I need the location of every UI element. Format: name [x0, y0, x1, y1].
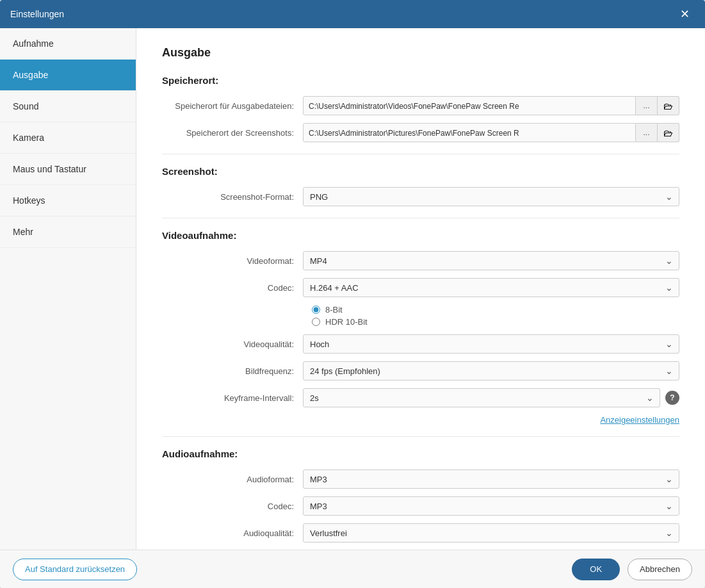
close-button[interactable]: ✕: [675, 4, 695, 24]
bildfrequenz-select-wrap: 24 fps (Empfohlen) 30 fps 60 fps ⌄: [303, 361, 679, 380]
radio-8bit-input[interactable]: [312, 306, 320, 314]
cancel-button[interactable]: Abbrechen: [628, 559, 692, 580]
videoaufnahme-title: Videoaufnahme:: [162, 230, 679, 241]
bildfrequenz-select[interactable]: 24 fps (Empfohlen) 30 fps 60 fps: [303, 361, 679, 380]
main-content: Ausgabe Speicherort: Speicherort für Aus…: [136, 28, 705, 550]
ausgabe-path-group: Speicherort für Ausgabedateien: C:\Users…: [162, 96, 679, 115]
codec-group: Codec: H.264 + AAC H.265 + AAC VP9 ⌄: [162, 278, 679, 297]
screenshot-title: Screenshot:: [162, 166, 679, 177]
ausgabe-path-wrap: C:\Users\Administrator\Videos\FonePaw\Fo…: [303, 96, 679, 115]
qualitaet-select-wrap: Hoch Mittel Niedrig ⌄: [303, 334, 679, 354]
bildfrequenz-group: Bildfrequenz: 24 fps (Empfohlen) 30 fps …: [162, 361, 679, 380]
screenshot-format-select-wrap: PNG JPG BMP ⌄: [303, 187, 679, 206]
audio-codec-wrap: MP3 AAC ⌄: [303, 496, 679, 516]
window-title: Einstellungen: [10, 9, 675, 19]
anzeige-link[interactable]: Anzeigeeinstellungen: [162, 415, 679, 425]
qualitaet-group: Videoqualität: Hoch Mittel Niedrig ⌄: [162, 334, 679, 354]
screenshot-format-select[interactable]: PNG JPG BMP: [303, 187, 679, 206]
divider-3: [162, 436, 679, 437]
keyframe-wrap: 2s 3s 5s 10s ⌄ ?: [303, 388, 679, 407]
keyframe-select[interactable]: 2s 3s 5s 10s: [303, 388, 660, 407]
audio-qualitaet-group: Audioqualität: Verlustfrei Hoch Mittel N…: [162, 523, 679, 543]
radio-8bit-label: 8-Bit: [325, 305, 343, 314]
divider-2: [162, 218, 679, 218]
sidebar-item-kamera[interactable]: Kamera: [0, 122, 136, 154]
sidebar: Aufnahme Ausgabe Sound Kamera Maus und T…: [0, 28, 136, 550]
codec-select[interactable]: H.264 + AAC H.265 + AAC VP9: [303, 278, 679, 297]
video-format-wrap: MP4 AVI MOV MKV ⌄: [303, 251, 679, 270]
folder-icon: 🗁: [663, 101, 673, 111]
radio-hdr-label: HDR 10-Bit: [325, 317, 368, 327]
screenshot-format-wrap: PNG JPG BMP ⌄: [303, 187, 679, 206]
keyframe-group: Keyframe-Intervall: 2s 3s 5s 10s ⌄ ?: [162, 388, 679, 407]
sidebar-item-hotkeys[interactable]: Hotkeys: [0, 185, 136, 216]
bit-depth-group: 8-Bit HDR 10-Bit: [312, 305, 679, 327]
video-format-label: Videoformat:: [162, 256, 303, 266]
ausgabe-path-input[interactable]: C:\Users\Administrator\Videos\FonePaw\Fo…: [303, 96, 636, 115]
radio-hdr-input[interactable]: [312, 318, 320, 326]
body: Aufnahme Ausgabe Sound Kamera Maus und T…: [0, 28, 705, 550]
video-format-select[interactable]: MP4 AVI MOV MKV: [303, 251, 679, 270]
qualitaet-wrap: Hoch Mittel Niedrig ⌄: [303, 334, 679, 354]
video-format-select-wrap: MP4 AVI MOV MKV ⌄: [303, 251, 679, 270]
audio-qualitaet-wrap: Verlustfrei Hoch Mittel Niedrig ⌄: [303, 523, 679, 543]
ausgabe-folder-button[interactable]: 🗁: [658, 96, 679, 115]
page-title: Ausgabe: [162, 46, 679, 60]
keyframe-select-wrap: 2s 3s 5s 10s ⌄: [303, 388, 660, 407]
folder-icon-2: 🗁: [663, 127, 673, 138]
speicherort-title: Speicherort:: [162, 75, 679, 86]
screenshot-path-wrap: C:\Users\Administrator\Pictures\FonePaw\…: [303, 123, 679, 142]
settings-window: Einstellungen ✕ Aufnahme Ausgabe Sound K…: [0, 0, 705, 588]
keyframe-label: Keyframe-Intervall:: [162, 393, 303, 403]
qualitaet-select[interactable]: Hoch Mittel Niedrig: [303, 334, 679, 354]
footer-right: OK Abbrechen: [572, 559, 692, 580]
sidebar-item-maus[interactable]: Maus und Tastatur: [0, 154, 136, 185]
radio-hdr: HDR 10-Bit: [312, 317, 679, 327]
screenshot-path-input[interactable]: C:\Users\Administrator\Pictures\FonePaw\…: [303, 123, 636, 142]
audio-qualitaet-select[interactable]: Verlustfrei Hoch Mittel Niedrig: [303, 523, 679, 543]
audio-format-wrap: MP3 AAC WAV FLAC ⌄: [303, 470, 679, 489]
audio-codec-label: Codec:: [162, 502, 303, 511]
audio-codec-select[interactable]: MP3 AAC: [303, 496, 679, 516]
sidebar-item-sound[interactable]: Sound: [0, 91, 136, 122]
title-bar: Einstellungen ✕: [0, 0, 705, 28]
codec-label: Codec:: [162, 283, 303, 293]
audio-qualitaet-label: Audioqualität:: [162, 528, 303, 538]
ok-button[interactable]: OK: [572, 559, 620, 580]
ausgabe-dots-button[interactable]: ...: [636, 96, 658, 115]
screenshot-format-label: Screenshot-Format:: [162, 192, 303, 202]
video-format-group: Videoformat: MP4 AVI MOV MKV ⌄: [162, 251, 679, 270]
audio-qualitaet-select-wrap: Verlustfrei Hoch Mittel Niedrig ⌄: [303, 523, 679, 543]
audio-codec-group: Codec: MP3 AAC ⌄: [162, 496, 679, 516]
divider-1: [162, 154, 679, 154]
sidebar-item-ausgabe[interactable]: Ausgabe: [0, 60, 136, 91]
qualitaet-label: Videoqualität:: [162, 339, 303, 349]
screenshot-label: Speicherort der Screenshots:: [162, 128, 303, 138]
audio-codec-select-wrap: MP3 AAC ⌄: [303, 496, 679, 516]
ausgabe-label: Speicherort für Ausgabedateien:: [162, 101, 303, 111]
reset-button[interactable]: Auf Standard zurücksetzen: [13, 559, 137, 580]
audio-format-select[interactable]: MP3 AAC WAV FLAC: [303, 470, 679, 489]
screenshot-dots-button[interactable]: ...: [636, 123, 658, 142]
screenshot-folder-button[interactable]: 🗁: [658, 123, 679, 142]
bildfrequenz-label: Bildfrequenz:: [162, 366, 303, 376]
sidebar-item-aufnahme[interactable]: Aufnahme: [0, 28, 136, 60]
keyframe-help-icon[interactable]: ?: [665, 391, 679, 405]
bildfrequenz-wrap: 24 fps (Empfohlen) 30 fps 60 fps ⌄: [303, 361, 679, 380]
audioaufnahme-title: Audioaufnahme:: [162, 448, 679, 459]
codec-wrap: H.264 + AAC H.265 + AAC VP9 ⌄: [303, 278, 679, 297]
sidebar-item-mehr[interactable]: Mehr: [0, 216, 136, 248]
footer: Auf Standard zurücksetzen OK Abbrechen: [0, 550, 705, 588]
audio-format-select-wrap: MP3 AAC WAV FLAC ⌄: [303, 470, 679, 489]
screenshot-format-group: Screenshot-Format: PNG JPG BMP ⌄: [162, 187, 679, 206]
screenshot-path-group: Speicherort der Screenshots: C:\Users\Ad…: [162, 123, 679, 142]
audio-format-label: Audioformat:: [162, 475, 303, 484]
radio-8bit: 8-Bit: [312, 305, 679, 314]
codec-select-wrap: H.264 + AAC H.265 + AAC VP9 ⌄: [303, 278, 679, 297]
audio-format-group: Audioformat: MP3 AAC WAV FLAC ⌄: [162, 470, 679, 489]
